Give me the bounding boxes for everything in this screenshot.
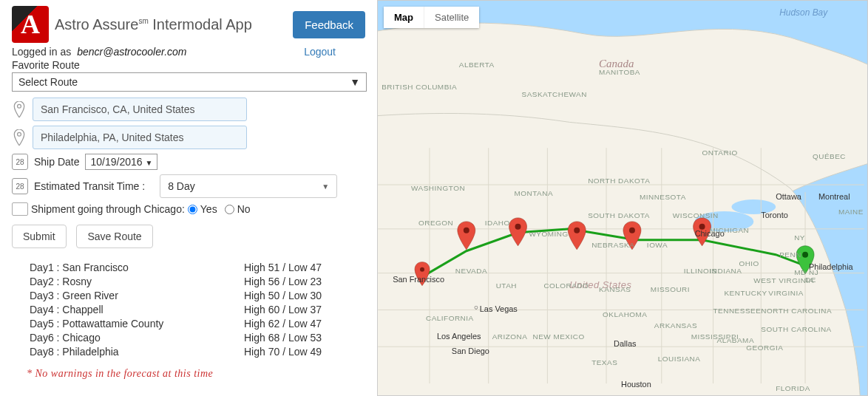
svg-text:VIRGINIA: VIRGINIA bbox=[768, 289, 804, 297]
svg-text:DE: DE bbox=[805, 276, 816, 284]
svg-text:○: ○ bbox=[474, 303, 478, 311]
chevron-down-icon: ▼ bbox=[350, 76, 360, 88]
svg-text:WYOMING: WYOMING bbox=[529, 230, 568, 238]
svg-text:Montreal: Montreal bbox=[818, 192, 850, 201]
svg-text:GEORGIA: GEORGIA bbox=[746, 344, 783, 352]
svg-text:Toronto: Toronto bbox=[761, 211, 787, 219]
forecast-row: Day3 : Green RiverHigh 50 / Low 30 bbox=[30, 290, 365, 301]
svg-text:OKLAHOMA: OKLAHOMA bbox=[603, 310, 647, 318]
calendar-icon[interactable]: 28 bbox=[12, 154, 28, 170]
svg-point-24 bbox=[802, 252, 808, 258]
svg-text:ALBERTA: ALBERTA bbox=[459, 61, 495, 69]
chicago-label: Shipment going through Chicago: bbox=[31, 203, 185, 215]
origin-input[interactable] bbox=[33, 98, 247, 121]
svg-text:NEVADA: NEVADA bbox=[455, 267, 487, 275]
svg-text:OHIO: OHIO bbox=[739, 259, 759, 267]
ship-date-label: Ship Date bbox=[34, 156, 79, 168]
svg-point-1 bbox=[18, 132, 21, 136]
chevron-down-icon: ▼ bbox=[145, 159, 152, 167]
svg-text:Houston: Houston bbox=[621, 380, 651, 389]
forecast-row: Day2 : RosnyHigh 56 / Low 23 bbox=[30, 276, 365, 287]
svg-text:NORTH DAKOTA: NORTH DAKOTA bbox=[588, 177, 650, 185]
svg-point-18 bbox=[464, 228, 469, 233]
chicago-yes-radio[interactable] bbox=[188, 205, 197, 214]
forecast-row: Day6 : ChicagoHigh 68 / Low 53 bbox=[30, 332, 365, 344]
logout-link[interactable]: Logout bbox=[304, 46, 336, 58]
svg-text:SOUTH CAROLINA: SOUTH CAROLINA bbox=[761, 325, 831, 333]
forecast-list: Day1 : San FranciscoHigh 51 / Low 47 Day… bbox=[30, 262, 365, 358]
app-logo: A bbox=[12, 6, 49, 43]
chicago-yes-label: Yes bbox=[200, 203, 217, 215]
route-map[interactable]: Map Satellite bbox=[377, 0, 868, 396]
svg-point-20 bbox=[574, 228, 580, 233]
svg-text:UTAH: UTAH bbox=[496, 281, 517, 290]
svg-text:MISSOURI: MISSOURI bbox=[651, 285, 690, 293]
svg-text:MONTANA: MONTANA bbox=[515, 189, 554, 197]
svg-text:PENN: PENN bbox=[779, 250, 801, 259]
svg-text:NY: NY bbox=[794, 233, 805, 242]
save-route-button[interactable]: Save Route bbox=[76, 225, 152, 248]
svg-text:OREGON: OREGON bbox=[418, 219, 453, 227]
svg-text:Hudson Bay: Hudson Bay bbox=[779, 7, 828, 18]
forecast-warning: * No warnings in the forecast at this ti… bbox=[27, 368, 365, 380]
favorite-route-value: Select Route bbox=[18, 76, 78, 88]
transit-time-select[interactable]: 8 Day ▼ bbox=[160, 174, 337, 198]
svg-text:Las Vegas: Las Vegas bbox=[480, 304, 518, 313]
svg-text:IDAHO: IDAHO bbox=[485, 219, 510, 227]
svg-text:WASHINGTON: WASHINGTON bbox=[411, 184, 465, 192]
chicago-no-radio[interactable] bbox=[225, 205, 234, 214]
svg-text:KENTUCKY: KENTUCKY bbox=[724, 289, 767, 297]
svg-text:QUÉBEC: QUÉBEC bbox=[813, 152, 846, 160]
feedback-button[interactable]: Feedback bbox=[293, 11, 365, 38]
svg-text:NEW MEXICO: NEW MEXICO bbox=[532, 332, 584, 341]
chevron-down-icon: ▼ bbox=[322, 182, 329, 191]
svg-text:INDIANA: INDIANA bbox=[710, 267, 742, 275]
svg-text:ONTARIO: ONTARIO bbox=[702, 148, 738, 157]
forecast-row: Day8 : PhiladelphiaHigh 70 / Low 49 bbox=[30, 346, 365, 358]
origin-pin-icon bbox=[12, 99, 27, 120]
svg-text:NORTH CAROLINA: NORTH CAROLINA bbox=[761, 307, 832, 315]
ship-date-select[interactable]: 10/19/2016 ▼ bbox=[85, 154, 157, 170]
chicago-no-label: No bbox=[237, 203, 251, 215]
svg-text:KANSAS: KANSAS bbox=[599, 285, 631, 293]
svg-point-21 bbox=[629, 228, 635, 233]
svg-text:TEXAS: TEXAS bbox=[591, 358, 617, 366]
svg-text:Ottawa: Ottawa bbox=[776, 192, 802, 201]
svg-text:MAINE: MAINE bbox=[838, 208, 864, 216]
forecast-row: Day4 : ChappellHigh 60 / Low 37 bbox=[30, 304, 365, 315]
map-type-map-button[interactable]: Map bbox=[384, 7, 424, 28]
svg-text:COLORADO: COLORADO bbox=[543, 281, 589, 290]
favorite-route-label: Favorite Route bbox=[12, 59, 365, 71]
svg-text:Los Angeles: Los Angeles bbox=[437, 332, 481, 341]
destination-input[interactable] bbox=[33, 126, 247, 149]
transit-time-label: Estimated Transit Time : bbox=[34, 180, 145, 192]
forecast-row: Day5 : Pottawattamie CountyHigh 62 / Low… bbox=[30, 318, 365, 330]
map-type-satellite-button[interactable]: Satellite bbox=[424, 7, 479, 28]
svg-text:BRITISH COLUMBIA: BRITISH COLUMBIA bbox=[382, 83, 457, 91]
svg-text:San Diego: San Diego bbox=[452, 346, 489, 355]
svg-point-23 bbox=[420, 267, 424, 272]
svg-text:CALIFORNIA: CALIFORNIA bbox=[426, 314, 474, 322]
map-canvas[interactable]: Canada United States Hudson Bay San Fran… bbox=[378, 1, 867, 395]
destination-pin-icon bbox=[12, 127, 27, 148]
svg-point-19 bbox=[515, 224, 521, 230]
svg-text:MICHIGAN: MICHIGAN bbox=[710, 226, 750, 234]
svg-text:IOWA: IOWA bbox=[647, 241, 668, 249]
favorite-route-select[interactable]: Select Route ▼ bbox=[12, 72, 367, 92]
svg-text:WISCONSIN: WISCONSIN bbox=[673, 211, 719, 219]
logged-in-as-label: Logged in as bbox=[12, 46, 71, 58]
svg-text:MANITOBA: MANITOBA bbox=[599, 68, 640, 76]
svg-text:TENNESSEE: TENNESSEE bbox=[713, 307, 762, 315]
calendar-icon[interactable]: 28 bbox=[12, 178, 28, 194]
app-title: Astro Assuresm Intermodal App bbox=[55, 16, 252, 33]
forecast-row: Day1 : San FranciscoHigh 51 / Low 47 bbox=[30, 262, 365, 273]
svg-text:San Francisco: San Francisco bbox=[393, 275, 444, 284]
svg-text:Dallas: Dallas bbox=[614, 339, 637, 348]
svg-text:FLORIDA: FLORIDA bbox=[776, 384, 810, 392]
svg-text:NEBRASKA: NEBRASKA bbox=[591, 241, 634, 249]
svg-text:SASKATCHEWAN: SASKATCHEWAN bbox=[522, 90, 587, 98]
svg-point-0 bbox=[18, 104, 21, 108]
submit-button[interactable]: Submit bbox=[12, 225, 67, 248]
logged-in-email: bencr@astrocooler.com bbox=[77, 46, 186, 58]
svg-text:ARKANSAS: ARKANSAS bbox=[654, 321, 697, 330]
